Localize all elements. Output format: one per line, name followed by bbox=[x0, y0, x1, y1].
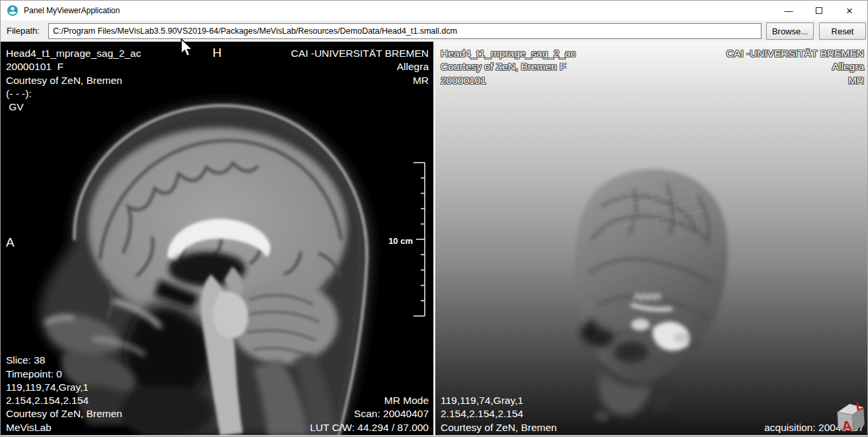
slice-number: Slice: 38 bbox=[6, 354, 122, 367]
close-button[interactable]: ✕ bbox=[834, 1, 865, 20]
viewer-area: Head4_t1_mprage_sag_2_ac 20000101 F Cour… bbox=[1, 42, 868, 436]
right-overlay-top-left: Head4_t1_mprage_sag_2_ac Courtesy of ZeN… bbox=[441, 47, 576, 87]
left-overlay-top-left: Head4_t1_mprage_sag_2_ac 20000101 F Cour… bbox=[6, 47, 141, 114]
mouse-cursor-icon bbox=[180, 38, 195, 58]
orientation-cube-icon[interactable]: A L bbox=[833, 401, 867, 434]
institution-name: CAI -UNIVERSITÄT BREMEN bbox=[291, 47, 429, 60]
filepath-label: Filepath: bbox=[7, 26, 40, 36]
minimize-button[interactable]: — bbox=[773, 1, 804, 20]
courtesy-line: Courtesy of ZeN, Bremen bbox=[441, 421, 557, 434]
right-overlay-top-right: CAI -UNIVERSITÄT BREMEN Allegra MR bbox=[726, 47, 864, 87]
maximize-button[interactable] bbox=[804, 1, 834, 20]
institution-name: CAI -UNIVERSITÄT BREMEN bbox=[726, 47, 864, 60]
annotation-placeholder: (- - -): bbox=[6, 87, 141, 100]
browse-button[interactable]: Browse... bbox=[766, 22, 814, 40]
window-bottom-border bbox=[1, 435, 867, 436]
series-name: Head4_t1_mprage_sag_2_ac bbox=[441, 47, 576, 60]
app-window: Panel MyViewerApplication — ✕ Filepath: … bbox=[0, 0, 868, 437]
image-dimensions: 119,119,74,Gray,1 bbox=[441, 394, 557, 407]
modality: MR bbox=[291, 74, 429, 87]
left-overlay-top-right: CAI -UNIVERSITÄT BREMEN Allegra MR bbox=[291, 47, 429, 87]
scan-date: Scan: 20040407 bbox=[310, 407, 429, 420]
reset-button[interactable]: Reset bbox=[819, 22, 866, 40]
window-title: Panel MyViewerApplication bbox=[24, 6, 120, 15]
courtesy-line: Courtesy of ZeN, Bremen bbox=[6, 407, 122, 420]
left-overlay-bottom-left: Slice: 38 Timepoint: 0 119,119,74,Gray,1… bbox=[6, 354, 122, 434]
patient-name: Courtesy of ZeN, Bremen bbox=[6, 74, 141, 87]
mevislab-logo-icon bbox=[7, 5, 19, 17]
right-overlay-bottom-left: 119,119,74,Gray,1 2.154,2.154,2.154 Cour… bbox=[441, 394, 557, 434]
mode-label: MR Mode bbox=[310, 394, 429, 407]
orientation-marker-head: H bbox=[212, 46, 222, 60]
station-name: Allegra bbox=[291, 60, 429, 73]
cube-front-letter: A bbox=[841, 418, 853, 433]
maximize-icon bbox=[816, 7, 822, 14]
filepath-toolbar: Filepath: Browse... Reset bbox=[1, 20, 867, 42]
study-date-sex: 20000101 F bbox=[6, 60, 141, 73]
patient-name-sex: Courtesy of ZeN, Bremen F bbox=[441, 60, 576, 73]
image-dimensions: 119,119,74,Gray,1 bbox=[6, 381, 122, 394]
left-overlay-bottom-right: MR Mode Scan: 20040407 LUT C/W: 44.294 /… bbox=[310, 394, 429, 434]
voxel-size: 2.154,2.154,2.154 bbox=[441, 407, 557, 420]
filepath-input[interactable] bbox=[48, 23, 761, 39]
annotation-gv: GV bbox=[6, 100, 141, 114]
title-bar[interactable]: Panel MyViewerApplication — ✕ bbox=[1, 1, 867, 20]
series-name: Head4_t1_mprage_sag_2_ac bbox=[6, 47, 141, 60]
station-name: Allegra bbox=[726, 60, 864, 73]
volume-viewer-3d[interactable]: Head4_t1_mprage_sag_2_ac Courtesy of ZeN… bbox=[435, 42, 868, 436]
voxel-size: 2.154,2.154,2.154 bbox=[6, 394, 122, 407]
orientation-marker-anterior: A bbox=[6, 235, 15, 250]
slice-viewer-2d[interactable]: Head4_t1_mprage_sag_2_ac 20000101 F Cour… bbox=[1, 42, 433, 436]
study-date: 20000101 bbox=[441, 74, 576, 87]
scale-ruler-label: 10 cm bbox=[375, 236, 413, 246]
software-name: MeVisLab bbox=[6, 421, 122, 434]
modality: MR bbox=[726, 74, 864, 87]
timepoint: Timepoint: 0 bbox=[6, 368, 122, 381]
lut-center-width: LUT C/W: 44.294 / 87.000 bbox=[310, 421, 429, 434]
window-controls: — ✕ bbox=[773, 1, 865, 20]
volume-rendered-head bbox=[435, 42, 868, 436]
